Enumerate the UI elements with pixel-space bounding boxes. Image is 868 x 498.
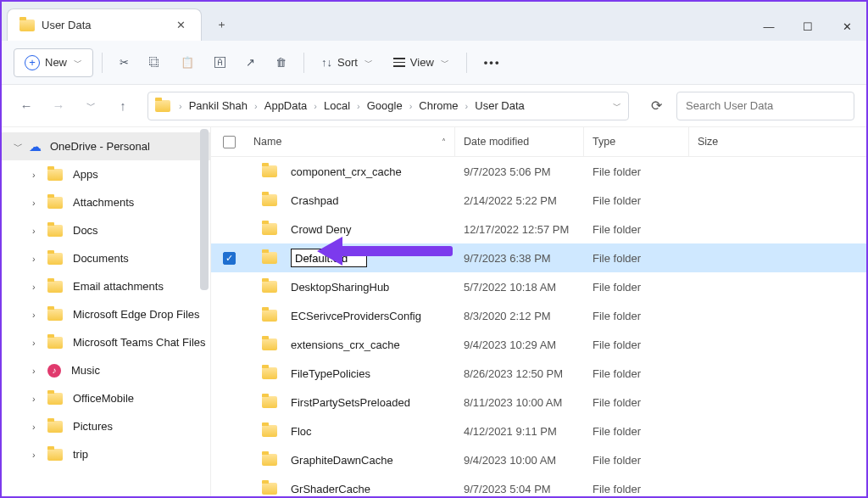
cut-button[interactable]: ✂ xyxy=(111,48,137,77)
chevron-right-icon: › xyxy=(32,422,44,432)
chevron-down-icon: ﹀ xyxy=(364,57,373,69)
file-date: 2/14/2022 5:22 PM xyxy=(455,194,584,207)
tree-item[interactable]: ›Apps xyxy=(2,160,210,188)
forward-button[interactable]: → xyxy=(46,93,71,119)
tree-item[interactable]: ›OfficeMobile xyxy=(2,384,210,412)
chevron-right-icon: › xyxy=(464,101,470,111)
folder-icon xyxy=(262,252,277,264)
clipboard-icon: 📋 xyxy=(181,56,194,69)
folder-icon xyxy=(262,483,277,495)
up-button[interactable]: ↑ xyxy=(110,93,136,119)
file-date: 9/4/2023 10:29 AM xyxy=(455,339,584,351)
tree-item[interactable]: ›Documents xyxy=(2,244,210,272)
back-button[interactable]: ← xyxy=(14,93,39,119)
file-type: File folder xyxy=(584,252,689,265)
paste-button[interactable]: 📋 xyxy=(172,48,203,77)
table-row[interactable]: ✓9/7/2023 6:38 PMFile folder xyxy=(211,243,866,272)
sort-asc-icon: ˄ xyxy=(442,137,446,147)
folder-icon xyxy=(262,454,277,466)
tree-label: Apps xyxy=(73,168,98,181)
breadcrumb[interactable]: › Pankil Shah › AppData › Local › Google… xyxy=(147,92,629,120)
tree-item[interactable]: ›trip xyxy=(2,440,210,468)
maximize-button[interactable]: ☐ xyxy=(788,12,827,41)
table-row[interactable]: FileTypePolicies8/26/2023 12:50 PMFile f… xyxy=(211,359,866,388)
chevron-right-icon: › xyxy=(32,338,44,348)
column-header-size[interactable]: Size xyxy=(689,127,866,156)
scissors-icon: ✂ xyxy=(120,56,129,69)
column-headers: Name˄ Date modified Type Size xyxy=(211,127,866,157)
tree-item[interactable]: ›♪Music xyxy=(2,356,210,384)
tree-item[interactable]: ›Email attachments xyxy=(2,272,210,300)
close-tab-icon[interactable]: ✕ xyxy=(173,19,189,31)
tree-item[interactable]: ›Docs xyxy=(2,216,210,244)
select-all-checkbox[interactable] xyxy=(223,136,236,148)
breadcrumb-item[interactable]: Local xyxy=(322,99,352,112)
tree-item[interactable]: ›Attachments xyxy=(2,188,210,216)
table-row[interactable]: Floc4/12/2021 9:11 PMFile folder xyxy=(211,417,866,445)
folder-icon xyxy=(47,309,63,321)
breadcrumb-item[interactable]: Pankil Shah xyxy=(187,99,249,112)
chevron-right-icon: › xyxy=(32,394,44,404)
tree-label: Email attachments xyxy=(73,280,164,293)
share-button[interactable]: ↗ xyxy=(237,48,264,77)
chevron-right-icon: › xyxy=(32,198,44,208)
address-bar-row: ← → ﹀ ↑ › Pankil Shah › AppData › Local … xyxy=(2,85,866,127)
folder-icon xyxy=(262,165,277,177)
folder-icon xyxy=(262,367,277,379)
folder-icon xyxy=(262,194,277,206)
rename-button[interactable]: 🄰 xyxy=(206,48,234,77)
tree-label: Music xyxy=(71,364,100,377)
view-button[interactable]: View ﹀ xyxy=(385,48,458,77)
tree-item[interactable]: ›Microsoft Edge Drop Files xyxy=(2,300,210,328)
new-button[interactable]: + New ﹀ xyxy=(14,48,93,77)
table-row[interactable]: FirstPartySetsPreloaded8/11/2023 10:00 A… xyxy=(211,388,866,417)
breadcrumb-item[interactable]: User Data xyxy=(473,99,526,112)
breadcrumb-item[interactable]: Chrome xyxy=(417,99,459,112)
search-input[interactable] xyxy=(676,92,854,120)
chevron-down-icon: ﹀ xyxy=(14,140,25,153)
minimize-button[interactable]: — xyxy=(749,12,788,41)
table-row[interactable]: GraphiteDawnCache9/4/2023 10:00 AMFile f… xyxy=(211,445,866,474)
folder-icon xyxy=(47,337,63,349)
file-date: 9/7/2023 5:04 PM xyxy=(455,483,584,495)
table-row[interactable]: ECSerivceProvidersConfig8/3/2020 2:12 PM… xyxy=(211,301,866,330)
tree-item[interactable]: ›Microsoft Teams Chat Files xyxy=(2,328,210,356)
table-row[interactable]: extensions_crx_cache9/4/2023 10:29 AMFil… xyxy=(211,330,866,359)
more-button[interactable]: ••• xyxy=(476,48,509,77)
recent-button[interactable]: ﹀ xyxy=(78,93,103,119)
sort-button[interactable]: ↑↓ Sort ﹀ xyxy=(313,48,381,77)
close-window-button[interactable]: ✕ xyxy=(827,12,866,41)
tree-item-onedrive[interactable]: ﹀ ☁ OneDrive - Personal xyxy=(2,132,210,160)
file-type: File folder xyxy=(584,483,689,495)
table-row[interactable]: Crowd Deny12/17/2022 12:57 PMFile folder xyxy=(211,215,866,243)
column-header-name[interactable]: Name˄ xyxy=(245,127,455,156)
navigation-pane: ﹀ ☁ OneDrive - Personal ›Apps›Attachment… xyxy=(2,127,211,496)
column-header-type[interactable]: Type xyxy=(584,127,689,156)
window-tab[interactable]: User Data ✕ xyxy=(7,8,202,41)
file-date: 8/26/2023 12:50 PM xyxy=(455,367,584,380)
scrollbar-thumb[interactable] xyxy=(200,129,209,290)
breadcrumb-item[interactable]: Google xyxy=(365,99,404,112)
refresh-button[interactable]: ⟳ xyxy=(643,92,670,120)
folder-icon xyxy=(47,421,63,433)
chevron-right-icon: › xyxy=(32,366,44,376)
table-row[interactable]: component_crx_cache9/7/2023 5:06 PMFile … xyxy=(211,157,866,186)
rename-input[interactable] xyxy=(291,249,367,267)
table-row[interactable]: DesktopSharingHub5/7/2022 10:18 AMFile f… xyxy=(211,272,866,301)
file-type: File folder xyxy=(584,165,689,178)
copy-button[interactable]: ⿻ xyxy=(141,48,169,77)
chevron-right-icon: › xyxy=(408,101,415,111)
tree-item[interactable]: ›Pictures xyxy=(2,412,210,440)
table-row[interactable]: GrShaderCache9/7/2023 5:04 PMFile folder xyxy=(211,474,866,496)
tree-label: Documents xyxy=(73,252,129,265)
row-checkbox[interactable]: ✓ xyxy=(223,252,236,265)
delete-button[interactable]: 🗑 xyxy=(267,48,295,77)
file-date: 9/7/2023 6:38 PM xyxy=(455,252,584,265)
view-icon xyxy=(393,58,405,67)
table-row[interactable]: Crashpad2/14/2022 5:22 PMFile folder xyxy=(211,186,866,215)
breadcrumb-item[interactable]: AppData xyxy=(263,99,309,112)
column-header-date[interactable]: Date modified xyxy=(455,127,584,156)
chevron-down-icon[interactable]: ﹀ xyxy=(613,100,621,112)
new-tab-button[interactable]: ＋ xyxy=(207,10,236,39)
file-date: 8/11/2023 10:00 AM xyxy=(455,396,584,409)
